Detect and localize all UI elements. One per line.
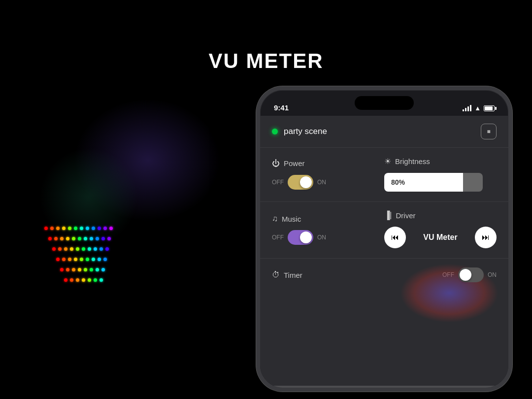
led-dot <box>101 268 105 271</box>
brightness-label: Brightness <box>395 157 430 166</box>
wifi-icon: ▲ <box>474 104 481 112</box>
led-dot <box>109 227 113 230</box>
led-dot <box>72 268 75 271</box>
led-dot <box>100 247 103 251</box>
led-strip <box>64 278 113 282</box>
led-dot <box>48 237 52 240</box>
battery-icon <box>484 105 495 111</box>
led-dot <box>90 237 93 240</box>
led-dot <box>96 268 99 271</box>
driver-label: Driver <box>396 211 416 220</box>
led-dot <box>94 247 97 251</box>
led-strip <box>44 227 113 230</box>
scene-header: party scene ■ <box>260 116 508 148</box>
led-dot <box>72 237 75 240</box>
led-dot <box>84 237 87 240</box>
brightness-icon: ☀ <box>384 157 391 166</box>
led-dot <box>100 278 103 282</box>
power-on-label: ON <box>317 179 326 186</box>
led-dot <box>82 278 85 282</box>
led-dot <box>98 258 101 261</box>
led-dot <box>96 237 99 240</box>
led-strip <box>48 237 113 240</box>
led-dot <box>64 247 67 251</box>
led-dot <box>86 227 89 230</box>
led-dot <box>66 237 69 240</box>
music-toggle[interactable] <box>288 230 313 245</box>
timer-on-label: ON <box>488 271 497 278</box>
led-dot <box>103 258 107 261</box>
led-dot <box>101 237 105 240</box>
scene-active-indicator <box>272 129 278 134</box>
led-dot <box>94 278 97 282</box>
power-brightness-section: ⏻ Power OFF ON ☀ Brightness <box>260 148 508 202</box>
led-dot <box>44 227 48 230</box>
power-toggle[interactable] <box>288 175 313 190</box>
brightness-slider[interactable]: 80% <box>384 173 483 192</box>
led-strip <box>56 258 113 261</box>
led-dot <box>70 247 73 251</box>
status-time: 9:41 <box>274 103 289 112</box>
driver-next-icon: ⏭ <box>482 233 490 242</box>
music-icon: ♫ <box>272 214 278 223</box>
led-dot <box>58 247 62 251</box>
led-dot <box>88 247 91 251</box>
driver-next-button[interactable]: ⏭ <box>475 227 497 248</box>
led-strip <box>52 247 113 251</box>
power-off-label: OFF <box>272 179 284 186</box>
scene-name: party scene <box>284 127 327 136</box>
music-driver-section: ♫ Music OFF ON ▐| Driver <box>260 202 508 259</box>
timer-icon: ⏱ <box>272 270 280 279</box>
led-dot <box>103 227 107 230</box>
timer-off-label: OFF <box>442 271 454 278</box>
status-icons: ▲ <box>463 104 495 112</box>
driver-prev-icon: ⏮ <box>391 233 399 242</box>
led-dot <box>62 227 66 230</box>
led-dot <box>76 247 79 251</box>
led-dot <box>107 237 111 240</box>
led-dot <box>74 258 77 261</box>
led-dot <box>88 278 91 282</box>
led-dot <box>52 247 56 251</box>
led-dot <box>78 268 81 271</box>
music-control: ♫ Music OFF ON <box>272 214 384 245</box>
led-dot <box>105 247 109 251</box>
driver-prev-button[interactable]: ⏮ <box>384 227 406 248</box>
brightness-value: 80% <box>391 178 405 186</box>
brightness-control: ☀ Brightness 80% <box>384 157 497 192</box>
led-dot <box>76 278 79 282</box>
music-off-label: OFF <box>272 234 284 241</box>
power-icon: ⏻ <box>272 159 280 168</box>
phone-content: party scene ■ ⏻ Power OFF <box>260 116 508 388</box>
led-dot <box>60 268 64 271</box>
led-dot <box>92 258 95 261</box>
timer-label: Timer <box>284 271 302 279</box>
page-title: VU METER <box>0 49 532 73</box>
led-dot <box>86 258 89 261</box>
led-dot <box>56 227 60 230</box>
led-dot <box>82 247 85 251</box>
signal-bars-icon <box>463 105 471 111</box>
led-dot <box>64 278 67 282</box>
phone-notch <box>355 96 414 110</box>
led-dot <box>50 227 54 230</box>
driver-current-name: VU Meter <box>423 233 457 242</box>
led-dot <box>92 227 95 230</box>
timer-toggle[interactable] <box>458 267 484 282</box>
music-label: Music <box>282 215 301 223</box>
led-dot <box>70 278 73 282</box>
timer-section: ⏱ Timer OFF ON <box>260 259 508 291</box>
phone-frame: 9:41 ▲ party scene ■ <box>256 86 512 392</box>
driver-icon: ▐| <box>384 211 392 220</box>
led-dot <box>80 227 83 230</box>
led-dot <box>80 258 83 261</box>
led-dot <box>74 227 77 230</box>
led-strips-decoration <box>44 227 113 282</box>
scene-stop-button[interactable]: ■ <box>481 124 497 139</box>
led-dot <box>68 227 71 230</box>
bottom-bar <box>260 386 508 388</box>
led-dot <box>54 237 58 240</box>
led-strip <box>60 268 113 271</box>
led-dot <box>90 268 93 271</box>
power-label: Power <box>284 159 305 167</box>
